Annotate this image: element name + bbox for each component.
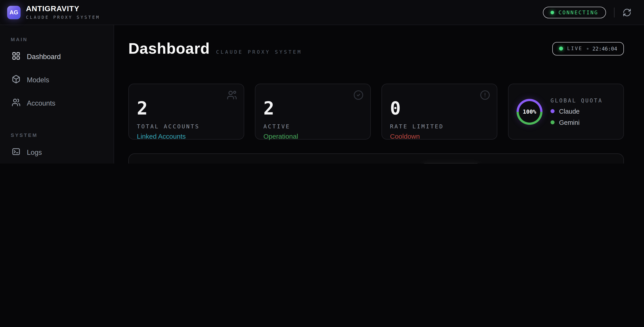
sidebar-item-label: Models [27, 76, 49, 84]
topbar: AG ANTIGRAVITY CLAUDE PROXY SYSTEM CONNE… [0, 0, 644, 25]
quota-donut-hole: 100% [519, 101, 540, 122]
sidebar-section-main: MAIN [11, 37, 103, 42]
quota-percent: 100% [523, 108, 536, 115]
quota-legend: GLOBAL QUOTA Claude Gemini [550, 97, 603, 126]
quota-item-claude: Claude [550, 108, 603, 115]
sidebar-item-dashboard[interactable]: Dashboard [7, 46, 106, 67]
quota-title: GLOBAL QUOTA [550, 97, 603, 104]
users-icon [227, 90, 237, 102]
live-separator-dot [586, 48, 588, 50]
app-logo: AG [7, 6, 20, 19]
stat-value: 2 [137, 99, 236, 117]
stat-sublabel: Linked Accounts [137, 132, 236, 140]
app-logo-text: AG [10, 9, 18, 16]
sidebar-item-label: Accounts [27, 99, 56, 107]
stat-value: 2 [264, 99, 362, 117]
live-dot [559, 46, 563, 50]
sidebar-item-label: Dashboard [27, 53, 61, 61]
sidebar: MAIN Dashboard Models [0, 25, 114, 164]
sidebar-item-accounts[interactable]: Accounts [7, 93, 106, 114]
quota-item-label: Gemini [559, 119, 580, 126]
topbar-actions: CONNECTING [543, 6, 632, 18]
sidebar-item-models[interactable]: Models [7, 70, 106, 90]
stat-card-active: 2 ACTIVE Operational [255, 84, 371, 140]
main-content: Dashboard CLAUDE PROXY SYSTEM LIVE 22:46… [114, 25, 644, 164]
page-subtitle: CLAUDE PROXY SYSTEM [216, 49, 302, 55]
app-name: ANTIGRAVITY [26, 5, 100, 13]
sidebar-item-logs[interactable]: Logs [7, 142, 106, 163]
connection-dot [550, 10, 554, 14]
page-header: Dashboard CLAUDE PROXY SYSTEM LIVE 22:46… [128, 40, 624, 57]
gemini-dot [550, 120, 554, 124]
connection-status: CONNECTING [543, 6, 606, 18]
cube-icon [12, 75, 20, 86]
quota-item-label: Claude [559, 108, 580, 115]
terminal-icon [12, 147, 20, 158]
sidebar-item-label: Logs [27, 148, 42, 156]
stat-label: ACTIVE [264, 123, 362, 130]
live-clock: 22:46:04 [592, 46, 617, 52]
stat-card-total-accounts: 2 TOTAL ACCOUNTS Linked Accounts [128, 84, 244, 140]
page-title: Dashboard [128, 40, 210, 57]
stat-sublabel: Cooldown [390, 132, 489, 140]
layout-grid-icon [12, 52, 20, 62]
live-status-badge: LIVE 22:46:04 [552, 42, 624, 55]
users-icon [12, 98, 20, 109]
topbar-divider [614, 8, 614, 17]
sidebar-section-system: SYSTEM [11, 132, 103, 138]
app-window: AG ANTIGRAVITY CLAUDE PROXY SYSTEM CONNE… [0, 0, 644, 164]
sidebar-section-gap [7, 116, 106, 132]
stat-label: TOTAL ACCOUNTS [137, 123, 236, 130]
stat-card-rate-limited: 0 RATE LIMITED Cooldown [382, 84, 497, 140]
stat-value: 0 [390, 99, 489, 117]
app-identity: ANTIGRAVITY CLAUDE PROXY SYSTEM [26, 5, 100, 20]
app-subtitle: CLAUDE PROXY SYSTEM [26, 15, 100, 20]
alert-circle-icon [480, 90, 490, 102]
page-title-group: Dashboard CLAUDE PROXY SYSTEM [128, 40, 302, 57]
claude-dot [550, 109, 554, 113]
check-circle-icon [353, 90, 364, 102]
quota-donut-chart: 100% [516, 99, 542, 124]
global-quota-card: 100% GLOBAL QUOTA Claude Gemini [508, 84, 624, 140]
connection-label: CONNECTING [558, 9, 598, 16]
stat-sublabel: Operational [264, 132, 362, 140]
request-volume-panel: REQUEST VOLUME Total: 1390 Today: 0 1H: … [128, 154, 624, 164]
refresh-icon[interactable] [622, 8, 632, 17]
stat-cards-row: 2 TOTAL ACCOUNTS Linked Accounts 2 ACTIV… [128, 84, 624, 140]
quota-item-gemini: Gemini [550, 119, 603, 126]
stat-label: RATE LIMITED [390, 123, 489, 130]
live-label: LIVE [567, 46, 582, 52]
